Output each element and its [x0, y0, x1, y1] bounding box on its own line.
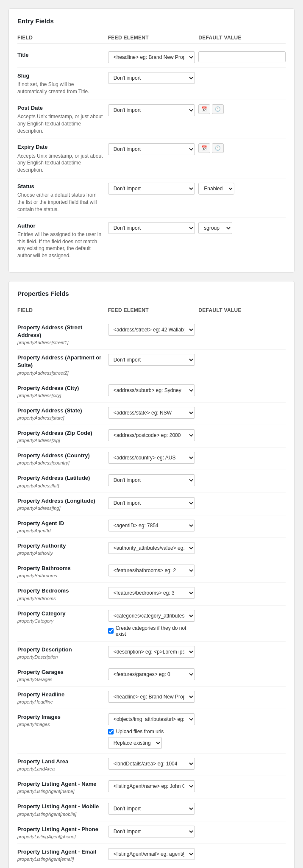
field-row-land-area: Property Land Area propertyLandArea <lan…	[17, 754, 286, 776]
feed-select-postdate[interactable]: Don't import	[108, 104, 195, 116]
field-row-expirydate: Expiry Date Accepts Unix timestamp, or j…	[17, 139, 286, 178]
feed-element-slug: Don't import	[108, 72, 195, 84]
feed-element-listing-agent-phone: Don't import	[108, 826, 195, 837]
field-row-authority: Property Authority propertyAuthority <au…	[17, 538, 286, 560]
feed-select-address-country[interactable]: <address/country> eg: AUS	[108, 452, 195, 464]
feed-element-address-city: <address/suburb> eg: Sydney	[108, 384, 195, 396]
feed-select-listing-agent-phone[interactable]: Don't import	[108, 826, 195, 837]
entry-fields-title: Entry Fields	[17, 17, 286, 28]
feed-select-title[interactable]: <headline> eg: Brand New Property	[108, 51, 195, 63]
feed-select-garages[interactable]: <features/garages> eg: 0	[108, 668, 195, 680]
feed-select-bedrooms[interactable]: <features/bedrooms> eg: 3	[108, 587, 195, 599]
entry-fields-section: Entry Fields Field Feed Element Default …	[8, 8, 295, 273]
feed-element-listing-agent-email: <listingAgent/email> eg: agent@mywebsite…	[108, 848, 195, 860]
field-label-garages: Property Garages propertyGarages	[17, 668, 105, 682]
calendar-icon-expirydate[interactable]: 📅	[198, 143, 210, 153]
field-label-author: Author Entries will be assigned to the u…	[17, 222, 105, 259]
field-row-bathrooms: Property Bathrooms propertyBathrooms <fe…	[17, 560, 286, 583]
feed-select-address-apt[interactable]: Don't import	[108, 354, 195, 366]
feed-element-garages: <features/garages> eg: 0	[108, 668, 195, 680]
field-row-address-zip: Property Address (Zip Code) propertyAddr…	[17, 425, 286, 448]
field-row-address-city: Property Address (City) propertyAddress[…	[17, 380, 286, 403]
feed-select-agent-id[interactable]: <agentID> eg: 7854	[108, 520, 195, 531]
feed-select-listing-agent-email[interactable]: <listingAgent/email> eg: agent@mywebsite…	[108, 848, 195, 860]
clock-icon-expirydate[interactable]: 🕐	[212, 143, 224, 153]
field-label-expirydate: Expiry Date Accepts Unix timestamp, or j…	[17, 143, 105, 174]
feed-element-title: <headline> eg: Brand New Property	[108, 51, 195, 63]
feed-element-headline: <headline> eg: Brand New Property	[108, 691, 195, 703]
upload-files-checkbox[interactable]	[108, 729, 114, 734]
field-row-address-lat: Property Address (Latitude) propertyAddr…	[17, 470, 286, 492]
default-author-select[interactable]: sgroup	[198, 222, 232, 234]
field-label-authority: Property Authority propertyAuthority	[17, 542, 105, 556]
calendar-icon-postdate[interactable]: 📅	[198, 104, 210, 114]
prop-header-feed: Feed Element	[108, 307, 195, 313]
entry-header-field: Field	[17, 35, 105, 41]
field-label-address-state: Property Address (State) propertyAddress…	[17, 407, 105, 420]
feed-select-description[interactable]: <description> eg: <p>Lorem ipsum dolor s…	[108, 646, 195, 658]
field-row-modified-date: Property Modified Date propertyModifiedD…	[17, 866, 286, 868]
entry-header-feed: Feed Element	[108, 35, 195, 41]
category-checkbox-row: Create categories if they do not exist	[108, 625, 195, 637]
feed-element-address-street: <address/street> eg: 42 Wallaby Way	[108, 324, 195, 336]
feed-element-author: Don't import	[108, 222, 195, 234]
properties-fields-title: Properties Fields	[17, 290, 286, 300]
field-row-author: Author Entries will be assigned to the u…	[17, 218, 286, 264]
feed-select-address-lng[interactable]: Don't import	[108, 497, 195, 509]
feed-element-status: Don't import	[108, 183, 195, 195]
page-wrapper: Entry Fields Field Feed Element Default …	[0, 0, 303, 868]
default-value-postdate: 📅 🕐	[198, 104, 286, 114]
field-row-category: Property Category propertyCategory <cate…	[17, 606, 286, 642]
default-value-status: Enabled Disabled	[198, 183, 286, 195]
field-label-bathrooms: Property Bathrooms propertyBathrooms	[17, 565, 105, 578]
feed-select-bathrooms[interactable]: <features/bathrooms> eg: 2	[108, 565, 195, 576]
feed-select-headline[interactable]: <headline> eg: Brand New Property	[108, 691, 195, 703]
feed-element-description: <description> eg: <p>Lorem ipsum dolor s…	[108, 646, 195, 658]
feed-element-listing-agent-name: <listingAgent/name> eg: John Citizen	[108, 780, 195, 792]
field-row-address-apt: Property Address (Apartment or Suite) pr…	[17, 350, 286, 380]
field-row-bedrooms: Property Bedrooms propertyBedrooms <feat…	[17, 583, 286, 605]
clock-icon-postdate[interactable]: 🕐	[212, 104, 224, 114]
feed-select-slug[interactable]: Don't import	[108, 72, 195, 84]
feed-select-address-zip[interactable]: <address/postcode> eg: 2000	[108, 429, 195, 441]
feed-select-address-state[interactable]: <address/state> eg: NSW	[108, 407, 195, 419]
field-label-land-area: Property Land Area propertyLandArea	[17, 758, 105, 771]
feed-element-address-apt: Don't import	[108, 354, 195, 366]
feed-element-bathrooms: <features/bathrooms> eg: 2	[108, 565, 195, 576]
create-categories-label: Create categories if they do not exist	[116, 625, 195, 637]
field-label-headline: Property Headline propertyHeadline	[17, 691, 105, 704]
field-row-title: Title <headline> eg: Brand New Property	[17, 47, 286, 68]
default-input-title[interactable]	[198, 51, 286, 62]
field-label-address-country: Property Address (Country) propertyAddre…	[17, 452, 105, 465]
create-categories-checkbox[interactable]	[108, 628, 114, 634]
feed-select-listing-agent-mobile[interactable]: Don't import	[108, 803, 195, 815]
replace-existing-select[interactable]: Replace existing	[108, 737, 162, 749]
feed-element-category: <categories/category_attributes/name> eg…	[108, 610, 195, 637]
feed-select-address-lat[interactable]: Don't import	[108, 474, 195, 486]
feed-select-status[interactable]: Don't import	[108, 183, 195, 195]
upload-row: Upload files from urls Replace existing	[108, 729, 195, 749]
feed-select-land-area[interactable]: <landDetails/area> eg: 1004	[108, 758, 195, 770]
feed-select-address-street[interactable]: <address/street> eg: 42 Wallaby Way	[108, 324, 195, 336]
feed-select-expirydate[interactable]: Don't import	[108, 143, 195, 155]
feed-select-listing-agent-name[interactable]: <listingAgent/name> eg: John Citizen	[108, 780, 195, 792]
field-label-slug: Slug If not set, the Slug will be automa…	[17, 72, 105, 95]
feed-select-category[interactable]: <categories/category_attributes/name> eg…	[108, 610, 195, 622]
field-row-listing-agent-mobile: Property Listing Agent - Mobile property…	[17, 798, 286, 821]
field-label-listing-agent-email: Property Listing Agent - Email propertyL…	[17, 848, 105, 862]
feed-element-address-lat: Don't import	[108, 474, 195, 486]
feed-element-expirydate: Don't import	[108, 143, 195, 155]
field-row-address-state: Property Address (State) propertyAddress…	[17, 403, 286, 425]
prop-header-field: Field	[17, 307, 105, 313]
feed-select-author[interactable]: Don't import	[108, 222, 195, 234]
field-label-address-apt: Property Address (Apartment or Suite) pr…	[17, 354, 105, 375]
field-label-address-city: Property Address (City) propertyAddress[…	[17, 384, 105, 398]
field-row-postdate: Post Date Accepts Unix timestamp, or jus…	[17, 100, 286, 139]
default-status-select[interactable]: Enabled Disabled	[198, 183, 234, 195]
feed-element-land-area: <landDetails/area> eg: 1004	[108, 758, 195, 770]
upload-files-label: Upload files from urls	[116, 729, 164, 734]
feed-select-authority[interactable]: <authority_attributes/value> eg: exclusi…	[108, 542, 195, 554]
feed-select-images[interactable]: <objects/img_attributes/url> eg: https:/…	[108, 713, 195, 725]
field-label-listing-agent-mobile: Property Listing Agent - Mobile property…	[17, 803, 105, 816]
feed-select-address-city[interactable]: <address/suburb> eg: Sydney	[108, 384, 195, 396]
